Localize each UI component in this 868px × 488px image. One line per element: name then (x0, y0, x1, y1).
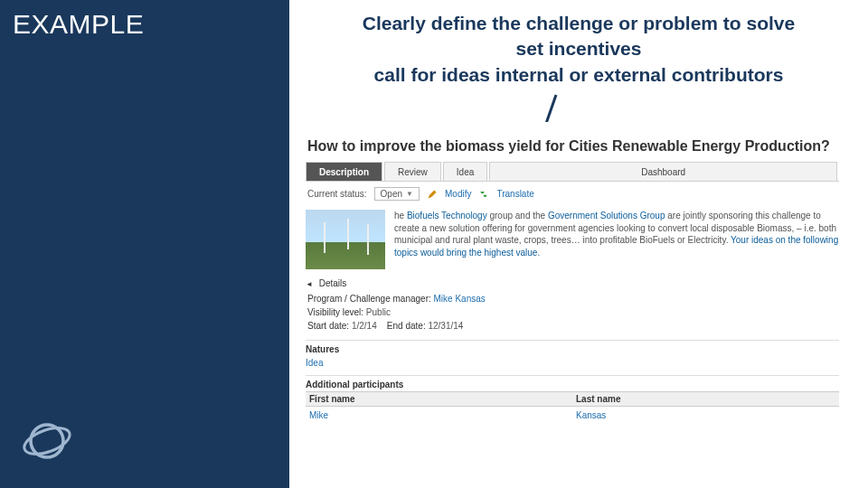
start-date-label: Start date: (307, 321, 349, 331)
description-row: he Biofuels Technology group and the Gov… (306, 206, 839, 269)
start-date-value: 1/2/14 (352, 321, 377, 331)
col-first-name: First name (306, 392, 572, 407)
headline-line-3: call for ideas internal or external cont… (309, 62, 848, 88)
toolbar: Current status: Open ▼ Modify Translate (306, 182, 839, 206)
headline-line-2: set incentives (309, 36, 848, 61)
slide-headline: Clearly define the challenge or problem … (309, 11, 848, 88)
cell-first-name[interactable]: Mike (306, 407, 572, 425)
natures-section: Natures Idea (306, 340, 839, 373)
visibility-label: Visibility level: (307, 307, 363, 317)
tab-dashboard[interactable]: Dashboard (489, 162, 837, 181)
status-dropdown[interactable]: Open ▼ (374, 187, 420, 201)
tab-description[interactable]: Description (306, 162, 382, 181)
participants-section: Additional participants First name Last … (306, 375, 839, 424)
embedded-app: How to improve the biomass yield for Cit… (306, 122, 839, 424)
slide-sidebar: EXAMPLE (0, 0, 289, 488)
program-manager-label: Program / Challenge manager: (307, 294, 431, 304)
col-last-name: Last name (572, 392, 839, 407)
nature-value[interactable]: Idea (306, 356, 839, 373)
description-text: he Biofuels Technology group and the Gov… (394, 210, 839, 269)
end-date-value: 12/31/14 (428, 321, 463, 331)
current-status-label: Current status: (307, 189, 367, 199)
status-value: Open (381, 189, 402, 199)
details-block: Program / Challenge manager: Mike Kansas… (306, 288, 839, 338)
visibility-value: Public (366, 307, 391, 317)
end-date-label: End date: (387, 321, 426, 331)
details-header[interactable]: ◄ Details (306, 278, 839, 288)
thumbnail-image (306, 210, 385, 269)
participants-table: First name Last name Mike Kansas (306, 391, 839, 424)
svg-point-1 (21, 423, 73, 460)
pencil-icon (427, 189, 438, 200)
sidebar-label: EXAMPLE (0, 0, 289, 49)
table-row: Mike Kansas (306, 407, 839, 425)
headline-line-1: Clearly define the challenge or problem … (309, 11, 848, 36)
chevron-down-icon: ▼ (406, 190, 413, 198)
tab-bar: Description Review Idea Dashboard (306, 162, 839, 182)
translate-link[interactable]: Translate (496, 189, 533, 199)
translate-icon (478, 189, 489, 200)
challenge-title: How to improve the biomass yield for Cit… (307, 138, 839, 155)
compass-logo-icon (20, 414, 74, 468)
collapse-arrow-icon: ◄ (306, 280, 313, 288)
tab-review[interactable]: Review (384, 162, 441, 181)
program-manager-value[interactable]: Mike Kansas (434, 294, 486, 304)
participants-header: Additional participants (306, 380, 839, 389)
cell-last-name[interactable]: Kansas (572, 407, 839, 425)
modify-link[interactable]: Modify (445, 189, 471, 199)
natures-header: Natures (306, 344, 839, 354)
tab-idea[interactable]: Idea (443, 162, 487, 181)
